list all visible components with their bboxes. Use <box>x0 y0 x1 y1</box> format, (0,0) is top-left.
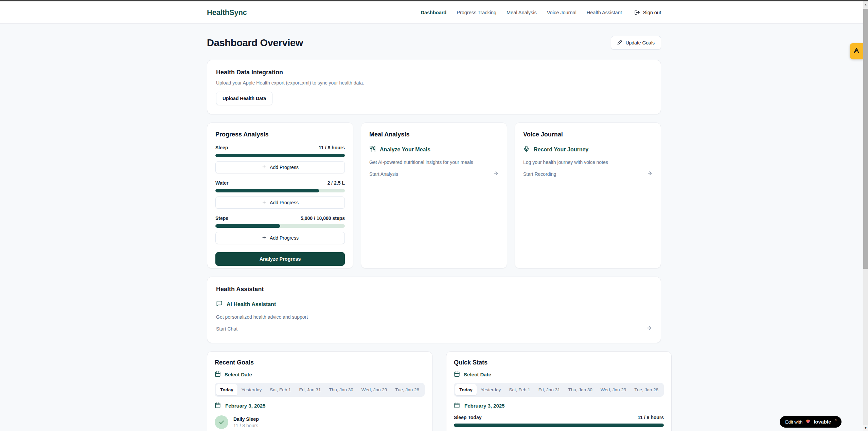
add-progress-steps-button[interactable]: Add Progress <box>215 232 345 244</box>
add-progress-sleep-button[interactable]: Add Progress <box>215 161 345 173</box>
start-analysis-row[interactable]: Start Analysis <box>369 170 499 177</box>
quick-stats-date-tabs: Today Yesterday Sat, Feb 1 Fri, Jan 31 T… <box>454 383 664 397</box>
voice-journal-title: Voice Journal <box>523 131 653 138</box>
logout-icon <box>634 10 640 15</box>
start-recording-label: Start Recording <box>523 171 556 177</box>
close-icon[interactable]: × <box>835 418 837 422</box>
date-tab-today[interactable]: Today <box>455 384 477 395</box>
metric-sleep: Sleep 11 / 8 hours Add Progress <box>215 145 345 173</box>
brand-logo[interactable]: HealthSync <box>207 8 247 17</box>
nav-item-health-assistant[interactable]: Health Assistant <box>587 10 622 15</box>
record-your-journey-label: Record Your Journey <box>534 147 588 153</box>
date-tab-yesterday[interactable]: Yesterday <box>477 384 505 395</box>
nav-item-voice-journal[interactable]: Voice Journal <box>547 10 577 15</box>
metric-steps-label: Steps <box>215 215 228 221</box>
voice-journal-card: Voice Journal Record Your Journey Log yo… <box>515 123 661 268</box>
recent-goals-select-date[interactable]: Select Date <box>215 371 425 378</box>
current-date-label: February 3, 2025 <box>464 403 504 409</box>
check-circle-icon <box>215 415 228 429</box>
top-navbar: HealthSync Dashboard Progress Tracking M… <box>0 1 868 24</box>
metric-sleep-label: Sleep <box>215 145 228 150</box>
start-chat-row[interactable]: Start Chat <box>216 325 652 332</box>
scrollbar-up-arrow-icon[interactable]: ▲ <box>863 1 868 7</box>
scrollbar-thumb[interactable] <box>863 9 868 269</box>
lovable-side-tab-button[interactable] <box>850 43 863 59</box>
date-tab-tue-jan-28[interactable]: Tue, Jan 28 <box>630 384 662 395</box>
meal-analysis-title: Meal Analysis <box>369 131 499 138</box>
start-chat-label: Start Chat <box>216 326 237 332</box>
meal-analysis-card: Meal Analysis Analyze Your Meals Get AI-… <box>361 123 507 268</box>
date-tab-yesterday[interactable]: Yesterday <box>237 384 266 395</box>
browser-edge-strip <box>0 0 868 1</box>
nav-item-meal-analysis[interactable]: Meal Analysis <box>507 10 537 15</box>
scrollbar-down-arrow-icon[interactable]: ▼ <box>863 425 868 431</box>
analyze-progress-button[interactable]: Analyze Progress <box>215 252 345 266</box>
calendar-icon <box>215 371 221 378</box>
metric-water-value: 2 / 2.5 L <box>327 180 345 186</box>
quick-stats-title: Quick Stats <box>454 359 664 366</box>
calendar-icon <box>215 402 221 409</box>
edit-with-label: Edit with <box>785 419 802 425</box>
date-tab-wed-jan-29[interactable]: Wed, Jan 29 <box>357 384 391 395</box>
current-date-label: February 3, 2025 <box>225 403 265 409</box>
record-your-journey-link[interactable]: Record Your Journey <box>523 146 653 153</box>
nav-item-dashboard[interactable]: Dashboard <box>421 10 446 15</box>
metric-sleep-value: 11 / 8 hours <box>319 145 345 150</box>
metric-water: Water 2 / 2.5 L Add Progress <box>215 180 345 209</box>
metric-steps: Steps 5,000 / 10,000 steps Add Progress <box>215 215 345 244</box>
date-tab-thu-jan-30[interactable]: Thu, Jan 30 <box>325 384 357 395</box>
metric-steps-value: 5,000 / 10,000 steps <box>301 215 345 221</box>
analyze-your-meals-link[interactable]: Analyze Your Meals <box>369 146 499 153</box>
metric-water-label: Water <box>215 180 228 186</box>
start-recording-row[interactable]: Start Recording <box>523 170 653 177</box>
date-tab-thu-jan-30[interactable]: Thu, Jan 30 <box>564 384 596 395</box>
add-progress-label: Add Progress <box>270 200 299 205</box>
recent-goals-current-date: February 3, 2025 <box>215 402 425 409</box>
date-tab-sat-feb-1[interactable]: Sat, Feb 1 <box>266 384 295 395</box>
date-tab-today[interactable]: Today <box>216 384 237 395</box>
add-progress-label: Add Progress <box>270 165 299 170</box>
health-data-integration-card: Health Data Integration Upload your Appl… <box>207 60 661 114</box>
edit-with-lovable-badge[interactable]: Edit with lovable × <box>780 416 842 428</box>
sleep-today-label: Sleep Today <box>454 415 481 420</box>
date-tab-fri-jan-31[interactable]: Fri, Jan 31 <box>295 384 325 395</box>
chat-bubble-icon <box>216 300 223 308</box>
page-scrollbar[interactable]: ▲ ▼ <box>863 1 868 431</box>
arrow-right-icon <box>647 170 653 177</box>
goal-name: Daily Sleep <box>233 416 259 422</box>
goal-item-daily-sleep: Daily Sleep 11 / 8 hours <box>215 415 425 429</box>
microphone-icon <box>523 146 530 153</box>
quick-stats-card: Quick Stats Select Date Today Yesterday … <box>446 351 672 431</box>
nav-links: Dashboard Progress Tracking Meal Analysi… <box>421 10 661 15</box>
quick-stats-select-date[interactable]: Select Date <box>454 371 664 378</box>
recent-goals-card: Recent Goals Select Date Today Yesterday… <box>207 351 432 431</box>
update-goals-button[interactable]: Update Goals <box>611 36 661 50</box>
add-progress-water-button[interactable]: Add Progress <box>215 196 345 209</box>
meal-description: Get AI-powered nutritional insights for … <box>369 160 499 165</box>
plus-icon <box>262 235 267 241</box>
integration-description: Upload your Apple Health export (export.… <box>216 80 652 86</box>
date-tab-tue-jan-28[interactable]: Tue, Jan 28 <box>391 384 423 395</box>
assistant-description: Get personalized health advice and suppo… <box>216 314 652 320</box>
calendar-icon <box>454 371 460 378</box>
heart-icon <box>805 418 811 425</box>
integration-title: Health Data Integration <box>216 69 652 76</box>
page-title: Dashboard Overview <box>207 37 303 49</box>
update-goals-label: Update Goals <box>625 40 655 45</box>
upload-health-data-button[interactable]: Upload Health Data <box>216 92 272 105</box>
plus-icon <box>262 200 267 206</box>
arrow-right-icon <box>493 170 499 177</box>
sign-out-button[interactable]: Sign out <box>634 10 661 15</box>
date-tab-fri-jan-31[interactable]: Fri, Jan 31 <box>534 384 564 395</box>
date-tab-sat-feb-1[interactable]: Sat, Feb 1 <box>505 384 534 395</box>
health-assistant-title: Health Assistant <box>216 286 652 293</box>
date-tab-wed-jan-29[interactable]: Wed, Jan 29 <box>597 384 631 395</box>
ai-health-assistant-link[interactable]: AI Health Assistant <box>216 300 652 308</box>
plus-icon <box>262 164 267 170</box>
arrow-right-icon <box>646 325 652 332</box>
quick-stats-current-date: February 3, 2025 <box>454 402 664 409</box>
health-assistant-card: Health Assistant AI Health Assistant Get… <box>207 277 661 343</box>
nav-item-progress-tracking[interactable]: Progress Tracking <box>457 10 496 15</box>
utensils-icon <box>369 146 376 153</box>
voice-description: Log your health journey with voice notes <box>523 160 653 165</box>
